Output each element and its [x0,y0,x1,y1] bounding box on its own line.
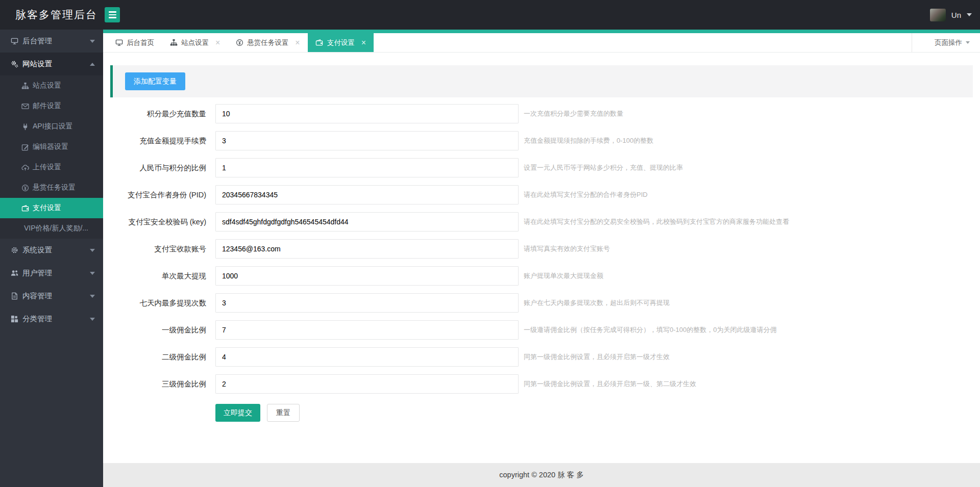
field-hint: 请在此处填写支付宝分配的交易安全校验码，此校验码到支付宝官方的商家服务功能处查看 [524,217,789,226]
form-row: 积分最少充值数量一次充值积分最少需要充值的数量 [110,104,973,123]
gear-icon [10,246,19,254]
banner-accent-bar [110,65,113,97]
sidebar-subitem[interactable]: 编辑器设置 [0,137,103,157]
tab[interactable]: 站点设置× [162,33,228,52]
field-input[interactable] [215,293,519,313]
tab[interactable]: 悬赏任务设置× [228,33,307,52]
field-label: 二级佣金比例 [110,352,212,362]
field-input[interactable] [215,347,519,367]
form-row: 支付宝收款账号请填写真实有效的支付宝账号 [110,239,973,259]
sidebar-subitem-label: 支付设置 [33,203,61,213]
field-hint: 充值金额提现须扣除的手续费，0-100的整数 [524,136,653,145]
copyright-text: copyright © 2020 脉 客 多 [499,470,583,480]
form-row: 七天内最多提现次数账户在七天内最多提现次数，超出后则不可再提现 [110,293,973,313]
sidebar-item[interactable]: 网站设置 [0,53,103,75]
user-menu[interactable]: Un [930,0,972,30]
sitemap-icon [21,82,30,90]
chevron-up-icon [90,63,95,66]
field-input[interactable] [215,104,519,123]
field-input[interactable] [215,185,519,204]
sidebar-subitem[interactable]: 上传设置 [0,157,103,177]
chevron-down-icon [90,249,95,252]
field-input[interactable] [215,266,519,286]
file-icon [10,292,19,300]
footer: copyright © 2020 脉 客 多 [103,463,980,487]
tab-label: 站点设置 [181,38,209,47]
field-label: 三级佣金比例 [110,379,212,389]
field-label: 一级佣金比例 [110,325,212,335]
field-input[interactable] [215,158,519,177]
yen-circle-icon [235,39,243,47]
sidebar-subitem-label: 悬赏任务设置 [33,183,76,192]
plug-icon [21,122,30,131]
reset-button[interactable]: 重置 [267,404,300,422]
tab-list: 后台首页站点设置×悬赏任务设置×支付设置× [107,33,374,52]
field-label: 积分最少充值数量 [110,109,212,119]
sidebar-item[interactable]: 内容管理 [0,285,103,307]
tab-label: 悬赏任务设置 [247,38,288,47]
sidebar-subitem[interactable]: 支付设置 [0,198,103,218]
sidebar-subitem[interactable]: API接口设置 [0,116,103,137]
field-label: 七天内最多提现次数 [110,298,212,308]
form-row: 充值金额提现手续费充值金额提现须扣除的手续费，0-100的整数 [110,131,973,150]
payment-settings-form: 积分最少充值数量一次充值积分最少需要充值的数量充值金额提现手续费充值金额提现须扣… [110,104,973,422]
sidebar-item-label: 分类管理 [22,314,52,324]
add-config-variable-button[interactable]: 添加配置变量 [125,72,185,90]
tab-bar: 后台首页站点设置×悬赏任务设置×支付设置× [103,33,912,53]
grid-icon [10,315,19,323]
close-icon[interactable]: × [295,39,300,47]
sidebar-nav: 后台管理网站设置站点设置邮件设置API接口设置编辑器设置上传设置悬赏任务设置支付… [0,30,103,330]
form-row: 三级佣金比例同第一级佣金比例设置，且必须开启第一级、第二级才生效 [110,374,973,394]
hand-pointer-icon [922,39,931,47]
sidebar-subitem-label: API接口设置 [33,122,73,131]
field-input[interactable] [215,131,519,150]
sidebar-subitem-label: 编辑器设置 [33,142,68,151]
field-hint: 同第一级佣金比例设置，且必须开启第一级才生效 [524,352,670,362]
close-icon[interactable]: × [215,39,220,47]
sidebar-item-label: 用户管理 [22,268,52,278]
sidebar-subitem[interactable]: 站点设置 [0,75,103,96]
sidebar-item-label: 后台管理 [22,36,52,46]
page-actions-label: 页面操作 [935,38,962,47]
sidebar-subitem[interactable]: VIP价格/新人奖励/... [0,218,103,239]
sidebar-item-label: 网站设置 [22,59,52,69]
sidebar-subitem-label: VIP价格/新人奖励/... [24,224,88,233]
close-icon[interactable]: × [361,39,366,47]
field-hint: 设置一元人民币等于网站多少积分，充值、提现的比率 [524,163,683,172]
field-input[interactable] [215,374,519,394]
field-input[interactable] [215,320,519,340]
field-input[interactable] [215,239,519,259]
desktop-icon [10,37,19,45]
avatar[interactable] [930,9,946,21]
field-hint: 账户在七天内最多提现次数，超出后则不可再提现 [524,298,670,307]
form-row: 单次最大提现账户提现单次最大提现金额 [110,266,973,286]
tab[interactable]: 支付设置× [308,33,374,52]
sidebar-item[interactable]: 系统设置 [0,239,103,262]
form-row: 一级佣金比例一级邀请佣金比例（按任务完成可得积分），填写0-100的整数，0为关… [110,320,973,340]
app-title: 脉客多管理后台 [15,0,97,30]
form-rows: 积分最少充值数量一次充值积分最少需要充值的数量充值金额提现手续费充值金额提现须扣… [110,104,973,394]
field-hint: 一次充值积分最少需要充值的数量 [524,109,623,118]
accent-band [103,30,980,33]
chevron-down-icon [90,40,95,43]
tab-label: 支付设置 [327,38,355,47]
envelope-icon [21,102,30,110]
chevron-down-icon [967,13,972,16]
tab[interactable]: 后台首页 [107,33,162,52]
field-hint: 一级邀请佣金比例（按任务完成可得积分），填写0-100的整数，0为关闭此级邀请分… [524,325,776,335]
sidebar-subitem[interactable]: 邮件设置 [0,96,103,116]
field-input[interactable] [215,212,519,232]
submit-button[interactable]: 立即提交 [215,404,260,422]
form-actions: 立即提交 重置 [110,404,973,422]
sidebar-item[interactable]: 分类管理 [0,307,103,330]
chevron-down-icon [90,318,95,321]
menu-toggle-button[interactable] [105,7,120,22]
field-label: 支付宝收款账号 [110,244,212,254]
sidebar-item[interactable]: 后台管理 [0,30,103,53]
sidebar-subitem[interactable]: 悬赏任务设置 [0,177,103,198]
sidebar-item-label: 内容管理 [22,291,52,301]
sidebar-item[interactable]: 用户管理 [0,262,103,285]
toolbar-banner: 添加配置变量 [110,65,973,97]
users-icon [10,269,19,277]
page-actions-dropdown[interactable]: 页面操作 [912,33,980,53]
